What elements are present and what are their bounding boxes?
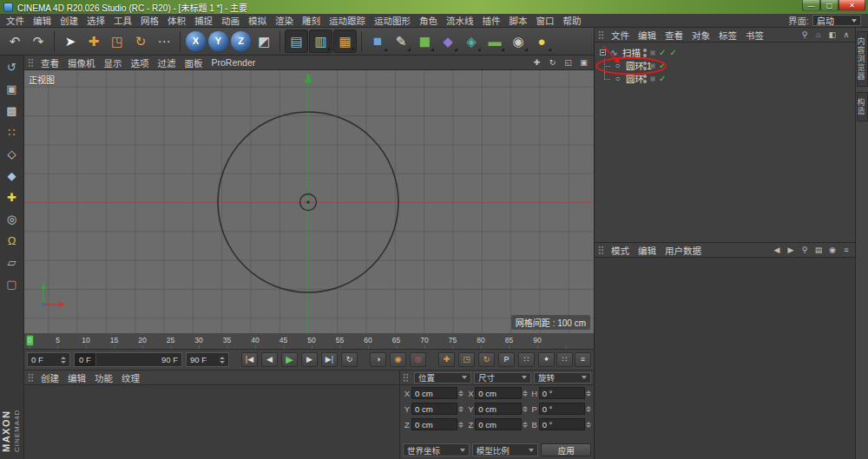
spline-pen-button[interactable]: ✎ [390,30,412,53]
om-menu-edit[interactable]: 编辑 [634,29,661,42]
viewport-menu-view[interactable]: 查看 [36,56,63,69]
point-mode-button[interactable]: ∷ [2,123,23,141]
viewport-menu-display[interactable]: 显示 [100,56,127,69]
axis-mode-button[interactable]: ✚ [2,188,23,207]
menu-file[interactable]: 文件 [2,14,29,27]
undo-button[interactable]: ↶ [3,30,26,53]
record-keyframe-button[interactable]: ◑ [370,352,386,367]
key-position-button[interactable]: ✚ [438,352,455,367]
visibility-dots-icon[interactable] [643,49,647,57]
panel-drag-handle[interactable] [598,246,604,255]
enabled-check-icon[interactable]: ✓ [659,75,666,83]
material-menu-function[interactable]: 功能 [90,371,117,384]
menu-window[interactable]: 窗口 [532,14,559,27]
size-mode-dropdown[interactable]: 模型比例 [472,443,539,456]
menu-motion-tracker[interactable]: 运动跟踪 [325,14,370,27]
next-frame-button[interactable]: ▶ [301,352,318,367]
layer-square-icon[interactable] [650,63,655,69]
viewport-menu-cameras[interactable]: 摄像机 [63,56,100,69]
volume-builder-button[interactable]: ◆ [437,30,459,53]
menu-edit[interactable]: 编辑 [29,14,56,27]
grid-icon[interactable]: ▤ [812,245,825,256]
stepper-icon[interactable] [458,390,464,397]
titlebar[interactable]: CINEMA 4D R20.026 Studio (RC - R20) - [未… [0,0,868,14]
menu-render[interactable]: 渲染 [271,14,298,27]
om-menu-tags[interactable]: 标签 [714,29,741,42]
menu-snap[interactable]: 捕捉 [190,14,217,27]
close-button[interactable]: ✕ [838,0,865,11]
stepper-icon[interactable] [458,422,464,428]
toggle-view-icon[interactable]: ▣ [577,57,590,69]
menu-help[interactable]: 帮助 [559,14,586,27]
enabled-check-icon[interactable]: ✓ [659,49,666,57]
search-icon[interactable]: ⚲ [799,30,811,41]
visibility-dots-icon[interactable] [643,75,647,83]
position-header-dropdown[interactable]: 位置 [414,372,471,384]
rotation-h-field[interactable]: 0 ° [539,387,585,399]
enabled-check-icon[interactable]: ✓ [659,62,666,70]
enabled-check-icon[interactable]: ✓ [669,49,676,57]
object-row-circle-1[interactable]: ○ 圆环.1 ✓ [595,59,856,72]
layer-square-icon[interactable] [650,50,655,56]
layer-square-icon[interactable] [650,76,655,82]
scale-tool-button[interactable]: ◳ [106,30,128,53]
pan-view-icon[interactable]: ✚ [530,57,543,69]
scroll-up-icon[interactable]: ∧ [840,30,852,41]
stepper-icon[interactable] [58,357,66,364]
menu-tools[interactable]: 工具 [109,14,136,27]
workplane-mode-button[interactable]: ▱ [2,253,23,272]
edge-mode-button[interactable]: ◇ [2,145,23,163]
size-z-field[interactable]: 0 cm [475,418,521,430]
minimize-button[interactable]: — [802,0,820,11]
om-menu-objects[interactable]: 对象 [687,29,714,42]
redo-button[interactable]: ↷ [27,30,49,53]
camera-button[interactable]: ◉ [507,30,529,53]
maximize-button[interactable]: ▢ [820,0,838,11]
material-menu-create[interactable]: 创建 [36,371,63,384]
solo-mode-button[interactable]: ◎ [2,210,23,228]
menu-simulate[interactable]: 模拟 [244,14,271,27]
tab-content-browser[interactable]: 内容浏览器 [857,31,868,87]
size-header-dropdown[interactable]: 尺寸 [474,372,531,384]
goto-end-button[interactable]: ▶| [321,352,338,367]
back-icon[interactable]: ◀ [771,245,783,256]
floor-button[interactable]: ▬ [483,30,506,53]
stepper-icon[interactable] [586,406,591,412]
model-mode-button[interactable]: ▣ [2,80,23,98]
current-frame-field[interactable]: 0 F [27,352,70,367]
key-pla-button[interactable]: ∷ [518,352,535,367]
viewport-menu-prorender[interactable]: ProRender [207,57,260,68]
menu-sculpt[interactable]: 雕刻 [298,14,325,27]
panel-menu-icon[interactable]: ≡ [840,245,852,256]
end-frame-field[interactable]: 90 F [186,352,229,367]
goto-start-button[interactable]: |◀ [241,352,258,367]
panel-drag-handle[interactable] [28,373,34,383]
visibility-dots-icon[interactable] [643,62,647,70]
attribute-area[interactable] [595,258,856,459]
position-y-field[interactable]: 0 cm [411,403,457,415]
recent-tools-button[interactable]: ⋯ [153,30,175,53]
home-icon[interactable]: ⌂ [812,30,825,41]
material-menu-edit[interactable]: 编辑 [63,371,90,384]
am-menu-edit[interactable]: 编辑 [634,244,661,257]
keyframe-selection-button[interactable]: ◎ [410,352,426,367]
timeline-menu-button[interactable]: ≡ [575,352,591,367]
stepper-icon[interactable] [523,422,528,428]
texture-mode-button[interactable]: ▩ [2,102,23,120]
light-button[interactable]: ● [530,30,553,53]
lock-icon[interactable]: ◉ [826,245,838,256]
apply-button[interactable]: 应用 [541,443,591,456]
panel-drag-handle[interactable] [28,58,34,68]
panel-drag-handle[interactable] [403,373,409,383]
expand-icon[interactable] [600,49,606,56]
object-name[interactable]: 扫描 [622,46,641,59]
primitive-cube-button[interactable]: ■ [366,30,389,53]
rotation-header-dropdown[interactable]: 旋转 [534,372,591,384]
key-rotation-button[interactable]: ↻ [478,352,495,367]
menu-character[interactable]: 角色 [415,14,442,27]
size-x-field[interactable]: 0 cm [475,387,521,399]
object-name[interactable]: 圆环 [626,72,644,85]
lock-workplane-button[interactable]: ▢ [2,275,23,293]
position-z-field[interactable]: 0 cm [411,418,457,430]
polygon-mode-button[interactable]: ◆ [2,167,23,185]
